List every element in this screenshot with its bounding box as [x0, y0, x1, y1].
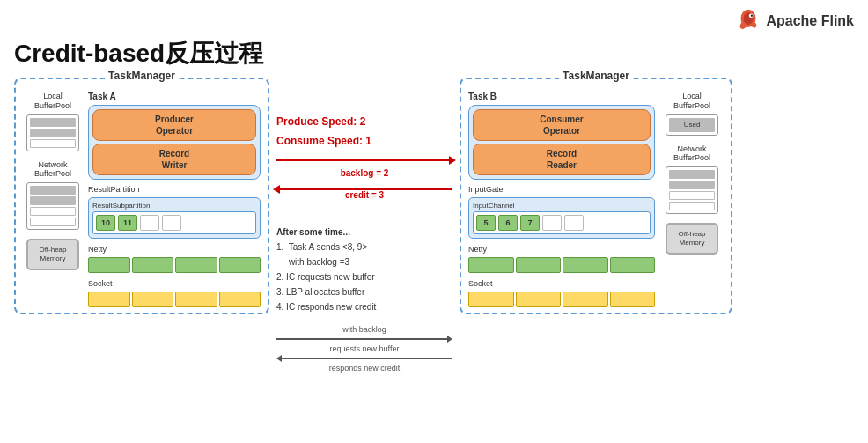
backlog-line: [276, 159, 452, 161]
netty-cell2: [132, 257, 174, 273]
backlog-label: backlog = 2: [276, 168, 452, 178]
with-backlog-label: with backlog: [276, 325, 452, 334]
requests-row: [276, 336, 452, 343]
net-buf-row2: [30, 196, 76, 205]
socket-cell-r2: [516, 292, 562, 307]
task-b-label: Task B: [468, 92, 655, 101]
flink-logo: Apache Flink: [736, 9, 854, 33]
right-network-bp-box: [666, 166, 718, 214]
data-cell-empty1: [140, 215, 159, 231]
data-cell-empty2: [162, 215, 181, 231]
task-a-label: Task A: [88, 92, 261, 101]
arrow-area: backlog = 2 credit = 3: [276, 159, 452, 212]
local-buffer-pool-box: [26, 114, 79, 151]
socket-cell-r1: [468, 292, 514, 307]
local-buf-row3: [30, 139, 76, 148]
local-buf-row1: [30, 118, 76, 127]
input-gate-box: InputChannel 5 6 7: [468, 197, 655, 239]
offheap-memory-right: Off-heapMemory: [666, 223, 718, 255]
backlog-arrow: [449, 156, 456, 165]
page-title: Credit-based反压过程: [14, 37, 854, 70]
socket-cell3: [175, 292, 217, 307]
notes-area: After some time... 1. Task A sends <8, 9…: [276, 225, 452, 314]
record-writer-box: RecordWriter: [92, 144, 256, 175]
left-taskmanager: TaskManager LocalBufferPool NetworkBuffe…: [14, 78, 269, 314]
middle-area: Produce Speed: 2 Consume Speed: 1 backlo…: [276, 78, 452, 373]
flink-label: Apache Flink: [766, 13, 854, 29]
bottom-arrows: with backlog requests new buffer respond…: [276, 325, 452, 373]
produce-speed: Produce Speed: 2: [276, 113, 452, 132]
left-tm-label: TaskManager: [105, 70, 179, 82]
credit-arrow: [273, 185, 280, 194]
credit-label: credit = 3: [276, 190, 452, 200]
input-channel-label: InputChannel: [473, 202, 651, 210]
result-partition-label: ResultPartition: [88, 185, 261, 194]
netty-label-left: Netty: [88, 245, 261, 254]
right-local-bp-box: Used: [666, 114, 718, 136]
netty-cell-r4: [610, 257, 656, 273]
net-buf-row1: [30, 186, 76, 195]
data-cell-5: 5: [476, 215, 496, 231]
top-bar: Apache Flink: [14, 9, 854, 33]
net-buf-row4: [30, 218, 76, 226]
requests-label: requests new buffer: [276, 344, 452, 353]
socket-row-left: [88, 292, 261, 307]
flink-bird-icon: [736, 9, 761, 33]
backlog-row: [276, 159, 452, 161]
notes-title: After some time...: [276, 225, 452, 240]
socket-cell1: [88, 292, 130, 307]
socket-cell-r3: [563, 292, 608, 307]
right-buffer-columns: LocalBufferPool Used NetworkBufferPool O…: [660, 92, 724, 307]
local-buffer-pool-label: LocalBufferPool: [34, 92, 71, 111]
r-net-row3: [669, 191, 715, 200]
netty-cell1: [88, 257, 130, 273]
socket-label-left: Socket: [88, 279, 261, 288]
svg-point-3: [751, 15, 753, 17]
socket-label-right: Socket: [468, 279, 655, 288]
consumer-operator-box: ConsumerOperator: [473, 109, 651, 141]
netty-cell-r2: [516, 257, 562, 273]
network-buffer-pool-label: NetworkBufferPool: [34, 160, 71, 180]
local-buf-row2: [30, 129, 76, 137]
right-taskmanager: TaskManager Task B ConsumerOperator Reco…: [460, 78, 732, 314]
note2: 2. IC requests new buffer: [276, 269, 452, 284]
data-cell-7: 7: [520, 215, 540, 231]
result-partition-box: ResultSubpartition 10 11: [88, 197, 261, 239]
socket-cell2: [132, 292, 174, 307]
r-net-row4: [669, 202, 715, 210]
data-cell-10: 10: [96, 215, 115, 231]
netty-label-right: Netty: [468, 245, 655, 254]
responds-row: [276, 355, 452, 362]
speed-info: Produce Speed: 2 Consume Speed: 1: [276, 113, 452, 151]
operator-container-left: ProducerOperator RecordWriter: [88, 105, 261, 180]
used-cell: Used: [669, 118, 715, 132]
offheap-box-right: Off-heapMemory: [666, 223, 718, 255]
netty-cell4: [219, 257, 261, 273]
left-buffer-columns: LocalBufferPool NetworkBufferPool Off-he…: [23, 92, 83, 307]
page: Apache Flink Credit-based反压过程 TaskManage…: [0, 0, 868, 443]
task-b-box: Task B ConsumerOperator RecordReader Inp…: [468, 92, 655, 307]
record-reader-box: RecordReader: [473, 144, 651, 175]
offheap-box-left: Off-heapMemory: [26, 239, 79, 270]
result-subpartition-label: ResultSubpartition: [92, 202, 256, 210]
right-local-bp-label: LocalBufferPool: [673, 92, 710, 111]
note1b: with backlog =3: [276, 255, 452, 269]
right-network-bp-label: NetworkBufferPool: [673, 144, 710, 164]
operator-container-right: ConsumerOperator RecordReader: [468, 105, 655, 180]
ic-empty1: [542, 215, 562, 231]
netty-row-right: [468, 257, 655, 273]
socket-cell4: [219, 292, 261, 307]
netty-row-left: [88, 257, 261, 273]
producer-operator-box: ProducerOperator: [92, 109, 256, 141]
responds-label: responds new credit: [276, 364, 452, 373]
data-cell-11: 11: [118, 215, 137, 231]
result-subpartition-inner: 10 11: [92, 211, 256, 234]
network-buffer-pool-box: [26, 182, 79, 230]
note1: 1. Task A sends <8, 9>: [276, 240, 452, 255]
data-cell-6: 6: [498, 215, 518, 231]
r-net-row2: [669, 181, 715, 189]
net-buf-row3: [30, 207, 76, 216]
main-layout: TaskManager LocalBufferPool NetworkBuffe…: [14, 78, 854, 373]
note3: 3. LBP allocates buffer: [276, 284, 452, 299]
consume-speed: Consume Speed: 1: [276, 132, 452, 151]
